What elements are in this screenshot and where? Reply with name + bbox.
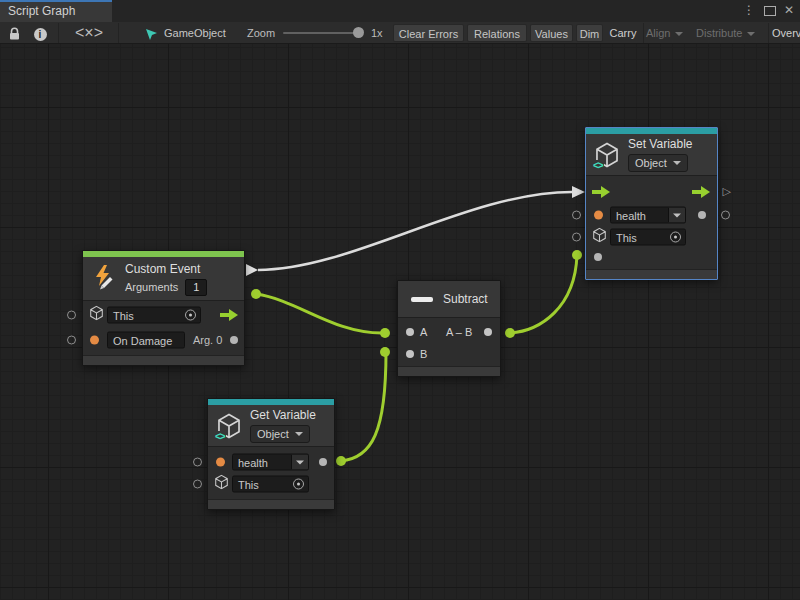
variable-name-value: health: [233, 456, 291, 468]
visual-scripting-tag-icon: <>: [214, 431, 226, 442]
string-port-icon[interactable]: [594, 211, 603, 220]
port-row-name: health: [208, 451, 334, 473]
object-picker-icon[interactable]: [293, 479, 304, 490]
wire-endpoint-dot[interactable]: [505, 328, 515, 338]
carry-button[interactable]: Carry: [605, 24, 641, 42]
wire-endpoint-dot[interactable]: [251, 289, 261, 299]
gameobject-icon: [145, 24, 158, 42]
node-custom-event[interactable]: Custom Event Arguments 1 This: [82, 250, 245, 366]
node-header: <> Get Variable Object: [208, 405, 334, 447]
clear-errors-button[interactable]: Clear Errors: [393, 24, 464, 42]
wire-endpoint-dot[interactable]: [380, 328, 390, 338]
target-field-value: This: [233, 478, 293, 490]
cube-icon: [592, 228, 607, 247]
toolbar-separator: [768, 23, 769, 43]
wire-endpoint-dot[interactable]: [336, 456, 346, 466]
input-port-icon[interactable]: [572, 233, 581, 242]
variable-scope-dropdown[interactable]: Object: [250, 425, 310, 443]
chevron-down-icon: [675, 32, 683, 36]
close-icon[interactable]: ✕: [784, 3, 794, 17]
variable-name-dropdown[interactable]: health: [610, 207, 686, 224]
align-button[interactable]: Align: [646, 24, 683, 42]
relations-button[interactable]: Relations: [467, 24, 527, 42]
align-label: Align: [646, 27, 670, 39]
distribute-button[interactable]: Distribute: [696, 24, 755, 42]
zoom-slider-handle[interactable]: [353, 27, 364, 38]
overview-button[interactable]: Overv: [772, 24, 800, 42]
gameobject-label[interactable]: GameObject: [164, 24, 226, 42]
flow-output-port-icon[interactable]: [220, 309, 239, 321]
variable-name-value: health: [611, 209, 668, 221]
dim-button[interactable]: Dim: [576, 24, 603, 42]
graph-canvas[interactable]: Custom Event Arguments 1 This: [0, 44, 800, 600]
target-field[interactable]: This: [232, 476, 309, 493]
arg0-output-port-icon[interactable]: [230, 336, 238, 344]
zoom-slider-track[interactable]: [283, 32, 361, 34]
target-field-value: This: [611, 231, 670, 243]
node-header-text: Get Variable Object: [250, 408, 316, 443]
node-subtract[interactable]: Subtract A A – B B: [397, 280, 501, 377]
zoom-value: 1x: [371, 24, 383, 42]
port-row-target: This: [586, 226, 717, 248]
variable-cube-icon: <>: [594, 142, 620, 168]
port-row-value-input: [586, 248, 717, 265]
wire-endpoint-dot[interactable]: [380, 347, 390, 357]
node-set-variable[interactable]: <> Set Variable Object ▷: [585, 127, 718, 280]
values-button[interactable]: Values: [530, 24, 573, 42]
dropdown-button[interactable]: [291, 455, 308, 470]
input-port-icon[interactable]: [193, 480, 202, 489]
output-port-icon[interactable]: [484, 328, 492, 336]
flow-input-arrow-icon[interactable]: [572, 186, 585, 198]
zoom-label: Zoom: [247, 24, 275, 42]
info-icon[interactable]: i: [28, 24, 52, 42]
arguments-count-field[interactable]: 1: [185, 279, 207, 296]
value-output-port-icon[interactable]: [319, 458, 327, 466]
target-field[interactable]: This: [107, 307, 201, 324]
port-row-flow: ▷: [586, 182, 717, 202]
value-input-port-icon[interactable]: [594, 253, 602, 261]
input-port-icon[interactable]: [67, 311, 76, 320]
flow-output-port-icon[interactable]: [692, 186, 711, 198]
node-title: Subtract: [443, 292, 488, 306]
code-brackets-icon[interactable]: <×>: [72, 24, 106, 42]
input-b-port-icon[interactable]: [406, 350, 414, 358]
input-port-icon[interactable]: [193, 458, 202, 467]
node-title: Custom Event: [125, 262, 207, 276]
dropdown-button[interactable]: [668, 208, 685, 223]
node-get-variable[interactable]: <> Get Variable Object health: [207, 398, 335, 510]
node-header-text: Custom Event Arguments 1: [125, 262, 207, 296]
port-row-target: This: [208, 473, 334, 495]
node-header: Custom Event Arguments 1: [83, 257, 244, 301]
chevron-down-icon: [673, 213, 681, 217]
tab-active-accent: [0, 0, 112, 2]
input-port-icon[interactable]: [67, 336, 76, 345]
unconnected-flow-port-icon[interactable]: ▷: [723, 186, 731, 197]
variable-cube-icon: <>: [216, 413, 242, 439]
graph-toolbar: i <×> GameObject Zoom 1x Clear Errors Re…: [0, 22, 800, 44]
node-body: ▷ health: [586, 176, 717, 269]
toolbar-separator: [643, 23, 644, 43]
value-output-port-icon[interactable]: [698, 211, 706, 219]
wire-flow-customevent-setvariable: [258, 192, 572, 270]
object-picker-icon[interactable]: [670, 232, 681, 243]
node-header-text: Set Variable Object: [628, 137, 692, 172]
toolbar-separator: [58, 23, 59, 43]
input-port-icon[interactable]: [572, 211, 581, 220]
event-name-field[interactable]: On Damage: [107, 332, 185, 349]
target-field[interactable]: This: [610, 229, 686, 246]
variable-scope-dropdown[interactable]: Object: [628, 154, 688, 172]
maximize-icon[interactable]: [764, 6, 776, 16]
object-picker-icon[interactable]: [185, 310, 196, 321]
flow-input-port-icon[interactable]: [592, 186, 611, 198]
variable-name-dropdown[interactable]: health: [232, 454, 309, 471]
unconnected-port-icon[interactable]: [721, 211, 730, 220]
wire-endpoint-dot[interactable]: [572, 250, 582, 260]
tab-script-graph[interactable]: Script Graph: [0, 0, 112, 22]
lock-icon[interactable]: [2, 24, 26, 42]
string-port-icon[interactable]: [90, 336, 99, 345]
port-row-name: health: [586, 204, 717, 226]
flow-output-arrow-icon[interactable]: [246, 264, 258, 276]
window-menu-icon[interactable]: ⋮: [743, 3, 755, 17]
string-port-icon[interactable]: [216, 458, 225, 467]
input-a-port-icon[interactable]: [406, 328, 414, 336]
